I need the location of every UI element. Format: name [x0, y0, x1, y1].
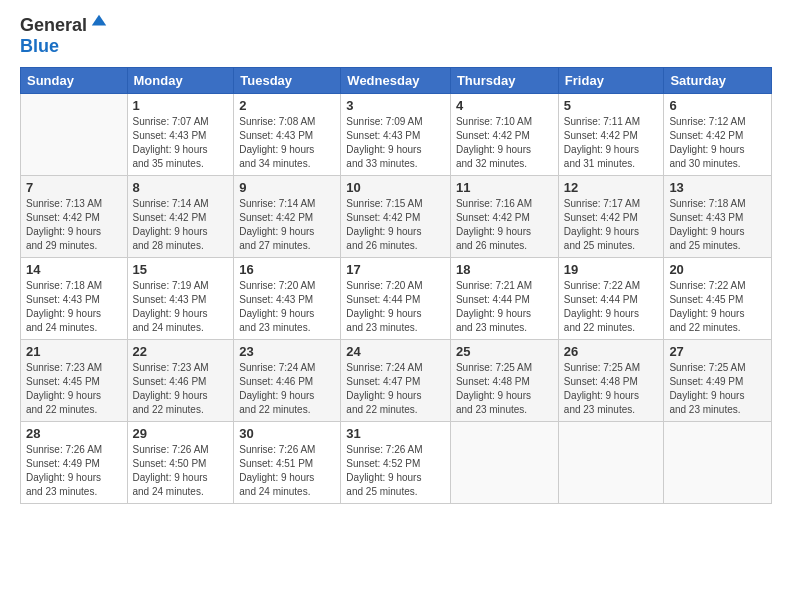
weekday-thursday: Thursday	[450, 68, 558, 94]
logo-icon	[90, 13, 108, 31]
day-cell: 7Sunrise: 7:13 AMSunset: 4:42 PMDaylight…	[21, 176, 128, 258]
header: General Blue	[20, 15, 772, 57]
day-cell: 11Sunrise: 7:16 AMSunset: 4:42 PMDayligh…	[450, 176, 558, 258]
day-info: Sunrise: 7:08 AMSunset: 4:43 PMDaylight:…	[239, 115, 335, 171]
day-number: 20	[669, 262, 766, 277]
day-number: 11	[456, 180, 553, 195]
day-number: 12	[564, 180, 659, 195]
day-cell	[450, 422, 558, 504]
day-cell: 19Sunrise: 7:22 AMSunset: 4:44 PMDayligh…	[558, 258, 664, 340]
day-number: 2	[239, 98, 335, 113]
day-number: 21	[26, 344, 122, 359]
week-row-2: 14Sunrise: 7:18 AMSunset: 4:43 PMDayligh…	[21, 258, 772, 340]
day-info: Sunrise: 7:09 AMSunset: 4:43 PMDaylight:…	[346, 115, 445, 171]
day-number: 23	[239, 344, 335, 359]
day-cell: 26Sunrise: 7:25 AMSunset: 4:48 PMDayligh…	[558, 340, 664, 422]
day-cell: 22Sunrise: 7:23 AMSunset: 4:46 PMDayligh…	[127, 340, 234, 422]
day-number: 31	[346, 426, 445, 441]
weekday-saturday: Saturday	[664, 68, 772, 94]
day-info: Sunrise: 7:10 AMSunset: 4:42 PMDaylight:…	[456, 115, 553, 171]
day-info: Sunrise: 7:23 AMSunset: 4:46 PMDaylight:…	[133, 361, 229, 417]
day-number: 5	[564, 98, 659, 113]
day-number: 8	[133, 180, 229, 195]
day-number: 28	[26, 426, 122, 441]
day-number: 17	[346, 262, 445, 277]
day-cell: 30Sunrise: 7:26 AMSunset: 4:51 PMDayligh…	[234, 422, 341, 504]
day-number: 29	[133, 426, 229, 441]
day-number: 25	[456, 344, 553, 359]
day-cell: 10Sunrise: 7:15 AMSunset: 4:42 PMDayligh…	[341, 176, 451, 258]
day-cell: 6Sunrise: 7:12 AMSunset: 4:42 PMDaylight…	[664, 94, 772, 176]
logo-blue: Blue	[20, 36, 59, 56]
week-row-0: 1Sunrise: 7:07 AMSunset: 4:43 PMDaylight…	[21, 94, 772, 176]
day-info: Sunrise: 7:15 AMSunset: 4:42 PMDaylight:…	[346, 197, 445, 253]
day-cell: 31Sunrise: 7:26 AMSunset: 4:52 PMDayligh…	[341, 422, 451, 504]
week-row-1: 7Sunrise: 7:13 AMSunset: 4:42 PMDaylight…	[21, 176, 772, 258]
day-number: 3	[346, 98, 445, 113]
day-cell: 9Sunrise: 7:14 AMSunset: 4:42 PMDaylight…	[234, 176, 341, 258]
day-info: Sunrise: 7:25 AMSunset: 4:49 PMDaylight:…	[669, 361, 766, 417]
day-cell: 18Sunrise: 7:21 AMSunset: 4:44 PMDayligh…	[450, 258, 558, 340]
day-info: Sunrise: 7:26 AMSunset: 4:51 PMDaylight:…	[239, 443, 335, 499]
day-number: 6	[669, 98, 766, 113]
calendar-table: SundayMondayTuesdayWednesdayThursdayFrid…	[20, 67, 772, 504]
day-cell: 15Sunrise: 7:19 AMSunset: 4:43 PMDayligh…	[127, 258, 234, 340]
weekday-monday: Monday	[127, 68, 234, 94]
day-number: 18	[456, 262, 553, 277]
day-cell: 29Sunrise: 7:26 AMSunset: 4:50 PMDayligh…	[127, 422, 234, 504]
logo-general: General	[20, 15, 87, 36]
day-cell: 1Sunrise: 7:07 AMSunset: 4:43 PMDaylight…	[127, 94, 234, 176]
day-info: Sunrise: 7:24 AMSunset: 4:47 PMDaylight:…	[346, 361, 445, 417]
day-info: Sunrise: 7:20 AMSunset: 4:43 PMDaylight:…	[239, 279, 335, 335]
day-number: 22	[133, 344, 229, 359]
week-row-4: 28Sunrise: 7:26 AMSunset: 4:49 PMDayligh…	[21, 422, 772, 504]
day-cell: 2Sunrise: 7:08 AMSunset: 4:43 PMDaylight…	[234, 94, 341, 176]
day-cell: 8Sunrise: 7:14 AMSunset: 4:42 PMDaylight…	[127, 176, 234, 258]
day-number: 10	[346, 180, 445, 195]
weekday-tuesday: Tuesday	[234, 68, 341, 94]
weekday-wednesday: Wednesday	[341, 68, 451, 94]
day-number: 27	[669, 344, 766, 359]
day-cell: 12Sunrise: 7:17 AMSunset: 4:42 PMDayligh…	[558, 176, 664, 258]
day-number: 13	[669, 180, 766, 195]
day-cell: 21Sunrise: 7:23 AMSunset: 4:45 PMDayligh…	[21, 340, 128, 422]
day-cell: 17Sunrise: 7:20 AMSunset: 4:44 PMDayligh…	[341, 258, 451, 340]
day-number: 30	[239, 426, 335, 441]
day-cell: 23Sunrise: 7:24 AMSunset: 4:46 PMDayligh…	[234, 340, 341, 422]
day-cell: 4Sunrise: 7:10 AMSunset: 4:42 PMDaylight…	[450, 94, 558, 176]
week-row-3: 21Sunrise: 7:23 AMSunset: 4:45 PMDayligh…	[21, 340, 772, 422]
weekday-header-row: SundayMondayTuesdayWednesdayThursdayFrid…	[21, 68, 772, 94]
day-cell: 5Sunrise: 7:11 AMSunset: 4:42 PMDaylight…	[558, 94, 664, 176]
day-number: 7	[26, 180, 122, 195]
day-info: Sunrise: 7:18 AMSunset: 4:43 PMDaylight:…	[26, 279, 122, 335]
day-info: Sunrise: 7:26 AMSunset: 4:52 PMDaylight:…	[346, 443, 445, 499]
day-info: Sunrise: 7:19 AMSunset: 4:43 PMDaylight:…	[133, 279, 229, 335]
day-number: 26	[564, 344, 659, 359]
logo: General Blue	[20, 15, 108, 57]
day-info: Sunrise: 7:24 AMSunset: 4:46 PMDaylight:…	[239, 361, 335, 417]
day-cell	[664, 422, 772, 504]
svg-marker-0	[92, 14, 106, 25]
day-info: Sunrise: 7:14 AMSunset: 4:42 PMDaylight:…	[239, 197, 335, 253]
day-info: Sunrise: 7:25 AMSunset: 4:48 PMDaylight:…	[564, 361, 659, 417]
day-number: 19	[564, 262, 659, 277]
day-number: 15	[133, 262, 229, 277]
day-cell: 28Sunrise: 7:26 AMSunset: 4:49 PMDayligh…	[21, 422, 128, 504]
day-info: Sunrise: 7:14 AMSunset: 4:42 PMDaylight:…	[133, 197, 229, 253]
day-cell: 27Sunrise: 7:25 AMSunset: 4:49 PMDayligh…	[664, 340, 772, 422]
day-info: Sunrise: 7:21 AMSunset: 4:44 PMDaylight:…	[456, 279, 553, 335]
day-cell: 20Sunrise: 7:22 AMSunset: 4:45 PMDayligh…	[664, 258, 772, 340]
day-info: Sunrise: 7:11 AMSunset: 4:42 PMDaylight:…	[564, 115, 659, 171]
day-number: 1	[133, 98, 229, 113]
day-cell: 16Sunrise: 7:20 AMSunset: 4:43 PMDayligh…	[234, 258, 341, 340]
page: General Blue SundayMondayTuesdayWednesda…	[0, 0, 792, 612]
day-info: Sunrise: 7:16 AMSunset: 4:42 PMDaylight:…	[456, 197, 553, 253]
day-info: Sunrise: 7:07 AMSunset: 4:43 PMDaylight:…	[133, 115, 229, 171]
day-info: Sunrise: 7:25 AMSunset: 4:48 PMDaylight:…	[456, 361, 553, 417]
day-info: Sunrise: 7:26 AMSunset: 4:50 PMDaylight:…	[133, 443, 229, 499]
day-number: 4	[456, 98, 553, 113]
day-number: 14	[26, 262, 122, 277]
day-info: Sunrise: 7:17 AMSunset: 4:42 PMDaylight:…	[564, 197, 659, 253]
day-cell	[21, 94, 128, 176]
day-cell: 13Sunrise: 7:18 AMSunset: 4:43 PMDayligh…	[664, 176, 772, 258]
